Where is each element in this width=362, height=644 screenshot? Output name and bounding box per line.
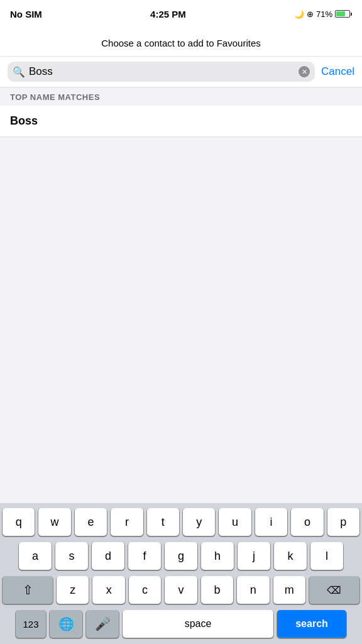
result-item[interactable]: Boss bbox=[0, 106, 362, 137]
key-c[interactable]: c bbox=[129, 576, 161, 604]
search-input-wrapper: 🔍 ✕ bbox=[8, 62, 315, 82]
battery-percent: 71% bbox=[316, 9, 332, 19]
mic-key[interactable]: 🎤 bbox=[86, 610, 119, 638]
key-f[interactable]: f bbox=[128, 542, 161, 570]
battery-icon bbox=[335, 10, 352, 18]
key-o[interactable]: o bbox=[291, 508, 323, 536]
search-input[interactable] bbox=[29, 65, 295, 78]
keyboard: q w e r t y u i o p a s d f g h j k l ⇧ … bbox=[0, 503, 362, 644]
key-h[interactable]: h bbox=[201, 542, 234, 570]
key-y[interactable]: y bbox=[183, 508, 215, 536]
keyboard-row-3: ⇧ z x c v b n m ⌫ bbox=[3, 576, 359, 604]
location-icon: ⊕ bbox=[307, 9, 314, 19]
key-n[interactable]: n bbox=[237, 576, 269, 604]
key-m[interactable]: m bbox=[273, 576, 305, 604]
shift-icon: ⇧ bbox=[23, 582, 33, 597]
section-header: TOP NAME MATCHES bbox=[0, 87, 362, 106]
clear-button[interactable]: ✕ bbox=[299, 66, 310, 77]
key-x[interactable]: x bbox=[92, 576, 124, 604]
key-a[interactable]: a bbox=[19, 542, 52, 570]
globe-key[interactable]: 🌐 bbox=[50, 610, 82, 638]
status-bar: No SIM 4:25 PM 🌙 ⊕ 71% bbox=[0, 0, 362, 28]
time-label: 4:25 PM bbox=[150, 9, 186, 19]
keyboard-row-2: a s d f g h j k l bbox=[3, 542, 359, 570]
delete-icon: ⌫ bbox=[327, 584, 341, 596]
search-key[interactable]: search bbox=[277, 610, 346, 638]
results-list: Boss bbox=[0, 106, 362, 137]
key-k[interactable]: k bbox=[274, 542, 307, 570]
keyboard-row-4: 123 🌐 🎤 space search bbox=[3, 610, 359, 638]
search-bar-container: 🔍 ✕ Cancel bbox=[0, 57, 362, 87]
cancel-button[interactable]: Cancel bbox=[321, 65, 354, 78]
key-l[interactable]: l bbox=[310, 542, 343, 570]
key-b[interactable]: b bbox=[201, 576, 233, 604]
key-t[interactable]: t bbox=[147, 508, 179, 536]
status-right: 🌙 ⊕ 71% bbox=[294, 9, 352, 19]
search-icon: 🔍 bbox=[13, 66, 25, 78]
key-d[interactable]: d bbox=[92, 542, 124, 570]
space-key[interactable]: space bbox=[123, 610, 273, 638]
key-e[interactable]: e bbox=[75, 508, 107, 536]
key-u[interactable]: u bbox=[219, 508, 251, 536]
delete-key[interactable]: ⌫ bbox=[309, 576, 359, 604]
key-q[interactable]: q bbox=[3, 508, 35, 536]
key-j[interactable]: j bbox=[238, 542, 270, 570]
globe-icon: 🌐 bbox=[58, 616, 74, 631]
key-r[interactable]: r bbox=[111, 508, 143, 536]
key-i[interactable]: i bbox=[255, 508, 287, 536]
num-key[interactable]: 123 bbox=[16, 610, 46, 638]
moon-icon: 🌙 bbox=[294, 9, 304, 19]
key-z[interactable]: z bbox=[57, 576, 89, 604]
key-p[interactable]: p bbox=[327, 508, 359, 536]
key-g[interactable]: g bbox=[165, 542, 197, 570]
shift-key[interactable]: ⇧ bbox=[3, 576, 53, 604]
mic-icon: 🎤 bbox=[95, 616, 111, 631]
key-w[interactable]: w bbox=[38, 508, 70, 536]
keyboard-row-1: q w e r t y u i o p bbox=[3, 508, 359, 536]
empty-area bbox=[0, 137, 362, 338]
modal-title: Choose a contact to add to Favourites bbox=[101, 38, 260, 48]
key-s[interactable]: s bbox=[55, 542, 88, 570]
key-v[interactable]: v bbox=[165, 576, 197, 604]
carrier-label: No SIM bbox=[10, 9, 42, 19]
modal-header: Choose a contact to add to Favourites bbox=[0, 28, 362, 57]
